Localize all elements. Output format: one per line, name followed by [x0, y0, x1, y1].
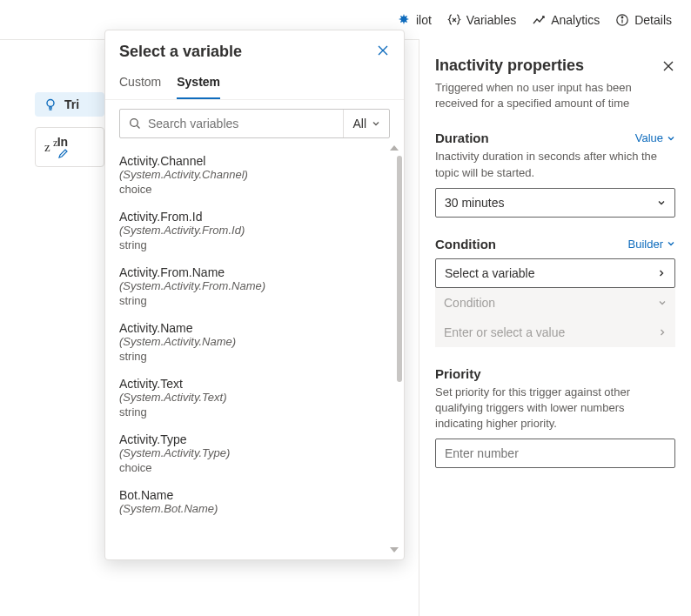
variables-button[interactable]: Variables — [447, 13, 516, 27]
analytics-label: Analytics — [551, 13, 600, 27]
variable-item[interactable]: Activity.Name (System.Activity.Name) str… — [119, 314, 390, 370]
priority-section: Priority Set priority for this trigger a… — [435, 366, 675, 469]
filter-all-dropdown[interactable]: All — [343, 110, 389, 137]
variables-label: Variables — [466, 13, 516, 27]
info-icon — [615, 13, 629, 27]
panel-title: Inactivity properties — [435, 57, 584, 75]
condition-value-select[interactable]: Enter or select a value — [435, 318, 675, 347]
condition-value-placeholder: Enter or select a value — [444, 325, 565, 339]
edit-with-copilot-button[interactable]: ilot — [397, 13, 432, 27]
chevron-right-icon — [658, 328, 667, 337]
trigger-node-label: Tri — [64, 97, 79, 111]
panel-description: Triggered when no user input has been re… — [435, 80, 675, 111]
condition-variable-value: Select a variable — [445, 266, 535, 280]
details-label: Details — [634, 13, 672, 27]
inactivity-node-label: In — [57, 135, 68, 149]
variable-list: Activity.Channel (System.Activity.Channe… — [105, 144, 404, 554]
condition-operator-placeholder: Condition — [444, 296, 495, 310]
priority-input[interactable] — [435, 439, 675, 468]
sleep-icon: zz — [44, 140, 50, 155]
scrollbar-thumb[interactable] — [397, 156, 402, 382]
analytics-button[interactable]: Analytics — [532, 13, 600, 27]
trigger-node[interactable]: Tri — [35, 92, 104, 117]
close-popover-button[interactable] — [376, 44, 390, 60]
inactivity-properties-panel: Inactivity properties Triggered when no … — [419, 39, 691, 616]
close-icon — [661, 59, 675, 73]
condition-label: Condition — [435, 237, 496, 251]
svg-point-1 — [621, 17, 623, 18]
duration-desc: Inactivity duration in seconds after whi… — [435, 149, 675, 180]
duration-label: Duration — [435, 131, 489, 145]
tab-system[interactable]: System — [177, 75, 220, 99]
chevron-down-icon — [372, 119, 380, 128]
variable-item[interactable]: Activity.Channel (System.Activity.Channe… — [119, 147, 390, 203]
priority-desc: Set priority for this trigger against ot… — [435, 385, 675, 432]
popover-tabs: Custom System — [105, 66, 404, 100]
variable-list-scroll[interactable]: Activity.Channel (System.Activity.Channe… — [105, 144, 399, 554]
search-icon — [120, 110, 141, 137]
duration-section: Duration Value Inactivity duration in se… — [435, 131, 675, 217]
copilot-label: ilot — [416, 13, 432, 27]
chevron-down-icon — [658, 298, 667, 307]
duration-select[interactable]: 30 minutes — [435, 188, 675, 218]
condition-section: Condition Builder Select a variable Cond… — [435, 237, 675, 347]
copilot-icon — [397, 13, 411, 27]
analytics-icon — [532, 13, 546, 27]
variable-item[interactable]: Activity.Text (System.Activity.Text) str… — [119, 370, 390, 425]
variable-item[interactable]: Bot.Name (System.Bot.Name) — [119, 481, 390, 524]
close-panel-button[interactable] — [661, 59, 675, 73]
braces-x-icon — [447, 13, 461, 27]
svg-point-3 — [131, 119, 138, 127]
details-button[interactable]: Details — [615, 13, 672, 27]
svg-point-2 — [47, 100, 54, 107]
variable-item[interactable]: Activity.From.Name (System.Activity.From… — [119, 258, 390, 314]
chevron-down-icon — [657, 198, 666, 207]
chevron-right-icon — [657, 269, 666, 278]
filter-all-label: All — [352, 117, 366, 131]
lightbulb-icon — [44, 97, 57, 111]
inactivity-node[interactable]: zz In — [35, 127, 104, 167]
close-icon — [376, 44, 390, 57]
priority-label: Priority — [435, 366, 481, 381]
condition-mode-toggle[interactable]: Builder — [628, 238, 675, 251]
pencil-icon — [57, 149, 68, 159]
tab-custom[interactable]: Custom — [119, 75, 161, 99]
scroll-down-hint — [390, 547, 399, 552]
duration-mode-toggle[interactable]: Value — [635, 131, 675, 144]
variable-picker-popover: Select a variable Custom System All Acti… — [104, 30, 405, 560]
variable-item[interactable]: Activity.From.Id (System.Activity.From.I… — [119, 203, 390, 258]
popover-title: Select a variable — [119, 43, 242, 61]
chevron-down-icon — [667, 239, 675, 248]
chevron-down-icon — [667, 134, 675, 143]
variable-item[interactable]: Activity.Type (System.Activity.Type) cho… — [119, 425, 390, 481]
condition-operator-select[interactable]: Condition — [435, 288, 675, 318]
search-variables-input[interactable] — [141, 110, 343, 137]
canvas-nodes: Tri zz In — [35, 92, 104, 167]
search-variables-wrapper: All — [119, 109, 390, 138]
condition-variable-select[interactable]: Select a variable — [435, 258, 675, 288]
duration-value: 30 minutes — [445, 196, 504, 210]
